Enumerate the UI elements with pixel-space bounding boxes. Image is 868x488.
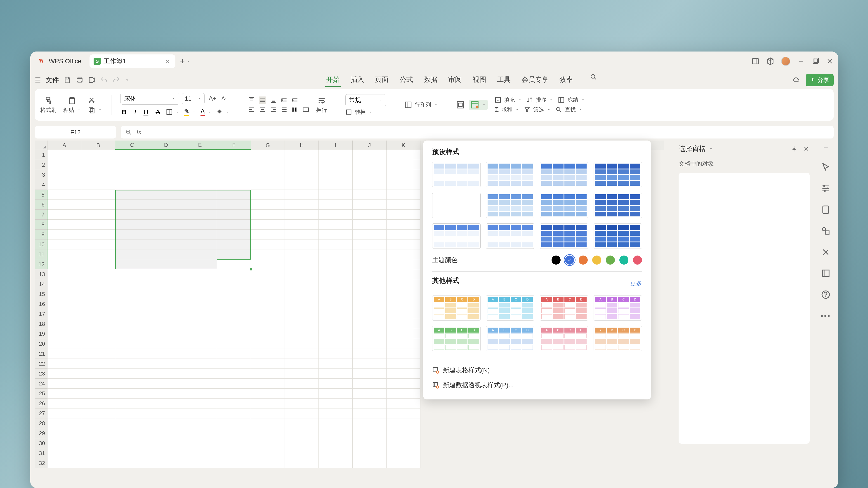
cell[interactable] bbox=[319, 250, 352, 259]
cell[interactable] bbox=[285, 309, 319, 319]
cell[interactable] bbox=[251, 349, 285, 359]
cell[interactable] bbox=[48, 239, 81, 250]
cell[interactable] bbox=[115, 418, 149, 428]
col-header-D[interactable]: D bbox=[149, 140, 183, 150]
cell[interactable] bbox=[319, 409, 352, 418]
cell[interactable] bbox=[386, 409, 421, 418]
cell[interactable] bbox=[285, 349, 319, 359]
cell[interactable] bbox=[386, 210, 421, 220]
cell[interactable] bbox=[183, 409, 217, 418]
col-header-F[interactable]: F bbox=[217, 140, 251, 150]
cell[interactable] bbox=[386, 359, 421, 369]
cell[interactable] bbox=[81, 438, 115, 448]
cell[interactable] bbox=[149, 289, 183, 299]
cell[interactable] bbox=[352, 428, 386, 438]
tab-page[interactable]: 页面 bbox=[374, 73, 390, 87]
cell[interactable] bbox=[352, 398, 386, 409]
cell[interactable] bbox=[319, 259, 352, 269]
select-all-corner[interactable] bbox=[35, 140, 48, 150]
row-header-26[interactable]: 26 bbox=[35, 398, 48, 409]
cell[interactable] bbox=[319, 230, 352, 239]
cell[interactable] bbox=[319, 150, 352, 160]
library-icon[interactable] bbox=[821, 268, 831, 278]
cell[interactable] bbox=[48, 379, 81, 389]
cell[interactable] bbox=[386, 398, 421, 409]
cell[interactable] bbox=[217, 259, 251, 269]
table-style-icon[interactable] bbox=[471, 101, 479, 109]
cell[interactable] bbox=[183, 309, 217, 319]
cell[interactable] bbox=[251, 279, 285, 289]
cell[interactable] bbox=[115, 379, 149, 389]
cell[interactable] bbox=[149, 389, 183, 398]
cell[interactable] bbox=[386, 299, 421, 309]
cell[interactable] bbox=[285, 398, 319, 409]
cell[interactable] bbox=[217, 409, 251, 418]
cell[interactable] bbox=[149, 250, 183, 259]
cell[interactable] bbox=[149, 190, 183, 200]
tab-insert[interactable]: 插入 bbox=[350, 73, 365, 87]
cell[interactable] bbox=[285, 418, 319, 428]
cell[interactable] bbox=[285, 448, 319, 458]
cell[interactable] bbox=[81, 448, 115, 458]
row-header-2[interactable]: 2 bbox=[35, 160, 48, 170]
cell[interactable] bbox=[115, 230, 149, 239]
underline-button[interactable]: U bbox=[142, 107, 150, 117]
chevron-down-icon[interactable] bbox=[77, 108, 81, 112]
search-icon[interactable] bbox=[590, 73, 597, 81]
cell[interactable] bbox=[149, 230, 183, 239]
tab-close-button[interactable]: × bbox=[164, 57, 172, 66]
tab-start[interactable]: 开始 bbox=[325, 73, 341, 87]
cell[interactable] bbox=[48, 309, 81, 319]
cell[interactable] bbox=[183, 220, 217, 230]
cell[interactable] bbox=[149, 379, 183, 389]
cell[interactable] bbox=[352, 349, 386, 359]
other-style-0[interactable]: ABCD bbox=[432, 295, 480, 321]
cell[interactable] bbox=[149, 438, 183, 448]
tools-icon[interactable] bbox=[821, 247, 831, 257]
col-header-A[interactable]: A bbox=[48, 140, 81, 150]
other-style-5[interactable]: ABCD bbox=[486, 326, 534, 351]
cell[interactable] bbox=[115, 448, 149, 458]
cell[interactable] bbox=[251, 369, 285, 379]
cell[interactable] bbox=[48, 210, 81, 220]
cell[interactable] bbox=[183, 299, 217, 309]
cell[interactable] bbox=[285, 409, 319, 418]
italic-button[interactable]: I bbox=[133, 107, 138, 117]
cell[interactable] bbox=[183, 369, 217, 379]
cell[interactable] bbox=[319, 448, 352, 458]
cell[interactable] bbox=[285, 239, 319, 250]
new-table-style-action[interactable]: 新建表格样式(N)... bbox=[432, 363, 642, 378]
cell[interactable] bbox=[48, 438, 81, 448]
zoom-icon[interactable] bbox=[125, 129, 132, 135]
cell[interactable] bbox=[81, 329, 115, 339]
save-icon[interactable] bbox=[64, 76, 71, 84]
cell[interactable] bbox=[352, 329, 386, 339]
cell[interactable] bbox=[183, 458, 217, 468]
cell[interactable] bbox=[81, 150, 115, 160]
cell[interactable] bbox=[217, 230, 251, 239]
decrease-font-button[interactable]: A- bbox=[220, 94, 228, 103]
cell[interactable] bbox=[285, 259, 319, 269]
name-box[interactable]: F12 bbox=[35, 126, 116, 138]
other-style-2[interactable]: ABCD bbox=[540, 295, 588, 321]
cell[interactable] bbox=[149, 239, 183, 250]
cell[interactable] bbox=[319, 239, 352, 250]
cell[interactable] bbox=[81, 180, 115, 190]
cell[interactable] bbox=[48, 230, 81, 239]
cell[interactable] bbox=[319, 160, 352, 170]
cell[interactable] bbox=[48, 409, 81, 418]
preview-icon[interactable] bbox=[88, 76, 96, 84]
other-style-6[interactable]: ABCD bbox=[540, 326, 588, 351]
preset-style-3[interactable] bbox=[594, 162, 642, 187]
cell[interactable] bbox=[217, 309, 251, 319]
cell[interactable] bbox=[115, 250, 149, 259]
cell[interactable] bbox=[81, 379, 115, 389]
cell[interactable] bbox=[386, 239, 421, 250]
align-bottom-icon[interactable] bbox=[270, 96, 277, 104]
cell[interactable] bbox=[386, 269, 421, 279]
strikethrough-button[interactable]: A bbox=[154, 107, 161, 117]
theme-color-1[interactable] bbox=[565, 256, 574, 265]
cell[interactable] bbox=[251, 319, 285, 329]
cell[interactable] bbox=[319, 389, 352, 398]
cell[interactable] bbox=[319, 339, 352, 349]
